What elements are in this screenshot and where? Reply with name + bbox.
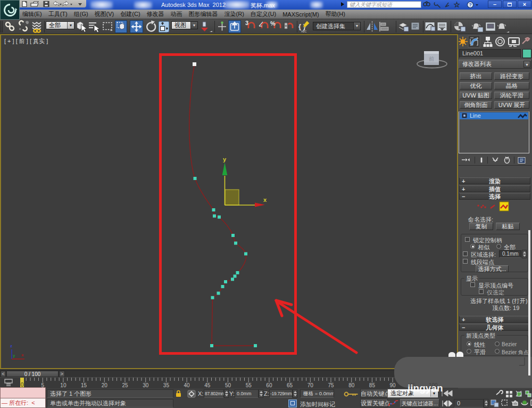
svg-text:50: 50 (225, 382, 231, 388)
svg-text:%: % (270, 20, 276, 27)
svg-text:65: 65 (287, 382, 293, 388)
svg-text:45: 45 (204, 382, 211, 388)
svg-text:3: 3 (245, 20, 248, 26)
svg-text:30: 30 (143, 382, 149, 388)
svg-text:20: 20 (102, 382, 108, 388)
svg-text:z: z (10, 344, 12, 348)
svg-text:25: 25 (122, 382, 128, 388)
svg-text:70: 70 (307, 382, 314, 388)
svg-text:75: 75 (328, 382, 334, 388)
svg-text:55: 55 (246, 382, 252, 388)
svg-text:x: x (263, 197, 267, 203)
svg-text:ABC: ABC (301, 30, 307, 33)
svg-text:y: y (13, 353, 15, 358)
svg-text:90: 90 (390, 382, 396, 388)
svg-text:35: 35 (163, 382, 170, 388)
svg-text:前: 前 (429, 56, 434, 62)
svg-text:?: ? (469, 2, 472, 7)
svg-text:40: 40 (184, 382, 190, 388)
svg-text:15: 15 (81, 382, 87, 388)
svg-text:85: 85 (369, 382, 376, 388)
svg-text:80: 80 (348, 382, 355, 388)
svg-text:60: 60 (266, 382, 272, 388)
svg-text:y: y (223, 156, 227, 162)
svg-text:10: 10 (60, 382, 66, 388)
svg-text:x: x (21, 353, 24, 357)
